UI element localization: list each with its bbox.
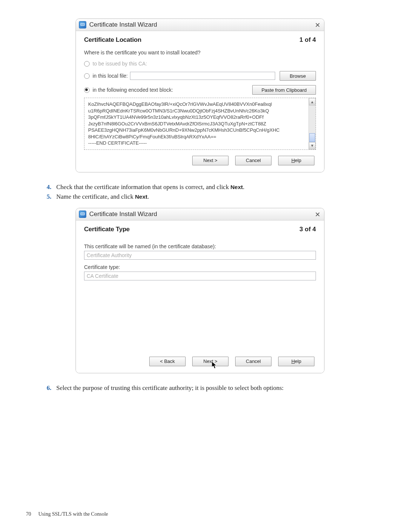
scroll-up-icon[interactable]: ▲ [309,98,316,105]
step-indicator: 3 of 4 [300,226,316,233]
prompt-text: Where is the certificate you want to ins… [84,50,316,55]
titlebar[interactable]: Certificate Install Wizard ✕ [76,208,324,220]
scroll-thumb[interactable] [309,133,315,142]
page-number: 70 [26,511,31,517]
help-button[interactable]: Help [278,156,314,165]
page-heading: Certificate Location [84,36,141,44]
wizard-step3-dialog: Certificate Install Wizard ✕ Certificate… [76,208,324,373]
radio-label: to be issued by this CA: [93,61,147,67]
instruction-step-6: 6. Select the purpose of trusting this c… [26,384,374,392]
step-number: 6. [47,384,56,392]
wizard-icon [79,21,86,28]
radio-label: in the following encoded text block: [93,87,173,93]
wizard-step1-dialog: Certificate Install Wizard ✕ Certificate… [76,18,324,172]
instruction-step-4: 4. Check that the certificate informatio… [26,183,374,191]
back-button[interactable]: < Back [149,357,186,366]
scrollbar[interactable]: ▲ ▼ [309,98,316,149]
cancel-button[interactable]: Cancel [235,357,271,366]
instruction-step-5: 5. Name the certificate, and click Next. [26,193,374,201]
cert-type-field: CA Certificate [84,272,316,280]
window-title: Certificate Install Wizard [89,211,157,218]
radio-icon[interactable] [84,61,90,67]
cancel-button[interactable]: Cancel [235,156,271,165]
local-file-input[interactable] [130,72,275,80]
cert-type-label: Certificate type: [84,264,316,270]
close-icon[interactable]: ✕ [315,211,320,219]
wizard-icon [79,211,86,218]
option-local-file[interactable]: in this local file: Browse [84,71,316,81]
scroll-down-icon[interactable]: ▼ [309,142,316,149]
step-number: 5. [47,193,56,201]
page-footer: 70 Using SSL/TLS with the Console [26,511,108,517]
radio-icon[interactable] [84,87,90,93]
radio-icon[interactable] [84,73,90,79]
titlebar[interactable]: Certificate Install Wizard ✕ [76,19,324,31]
next-button[interactable]: Next > [192,156,229,165]
page-heading: Certificate Type [84,226,130,233]
section-title: Using SSL/TLS with the Console [39,511,108,517]
radio-label: in this local file: [93,73,128,79]
option-issued-by-ca[interactable]: to be issued by this CA: [84,61,316,67]
cert-name-label: This certificate will be named (in the c… [84,243,316,249]
step-indicator: 1 of 4 [300,36,316,44]
help-button[interactable]: Help [278,357,314,366]
next-button[interactable]: Next > [192,357,229,366]
cert-name-field[interactable]: Certificate Authority [84,251,316,260]
paste-clipboard-button[interactable]: Paste from Clipboard [252,85,316,95]
encoded-text-content[interactable]: KoZIhvcNAQEFBQADggEBAOfay3lR/+xiQcOr7rlG… [84,98,309,149]
browse-button[interactable]: Browse [280,71,316,81]
window-title: Certificate Install Wizard [89,21,157,28]
scroll-track[interactable] [309,105,316,142]
step-number: 4. [47,183,56,191]
encoded-text-block[interactable]: KoZIhvcNAQEFBQADggEBAOfay3lR/+xiQcOr7rlG… [84,98,316,150]
close-icon[interactable]: ✕ [315,21,320,29]
